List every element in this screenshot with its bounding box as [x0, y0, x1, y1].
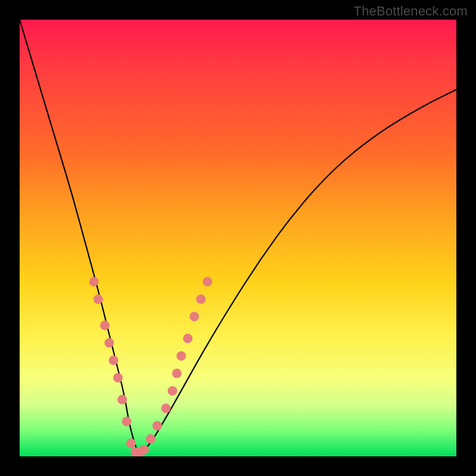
highlight-dot: [113, 373, 123, 383]
highlight-dot: [89, 277, 99, 286]
highlight-dot: [177, 351, 186, 361]
highlight-dot: [126, 439, 136, 448]
highlight-dot: [203, 277, 212, 286]
highlight-dot: [168, 386, 177, 396]
bottleneck-curve: [20, 20, 456, 452]
highlight-dot: [100, 321, 109, 330]
highlight-dot: [183, 334, 193, 343]
highlight-dot: [146, 434, 155, 444]
curve-layer: [20, 20, 456, 456]
highlight-dot: [196, 295, 206, 304]
highlight-dot: [152, 421, 162, 431]
highlight-dot: [161, 403, 171, 413]
highlight-dot: [105, 338, 114, 347]
highlight-dot: [93, 295, 103, 304]
highlight-dot: [190, 312, 199, 321]
plot-area: [20, 20, 456, 456]
highlight-dot: [139, 445, 149, 455]
chart-frame: TheBottleneck.com: [0, 0, 476, 476]
highlight-dot: [122, 416, 131, 426]
highlight-dot: [172, 369, 181, 378]
highlight-dot: [118, 395, 127, 405]
highlight-dot: [109, 356, 118, 365]
watermark-text: TheBottleneck.com: [353, 4, 468, 19]
highlight-dots: [89, 277, 212, 456]
